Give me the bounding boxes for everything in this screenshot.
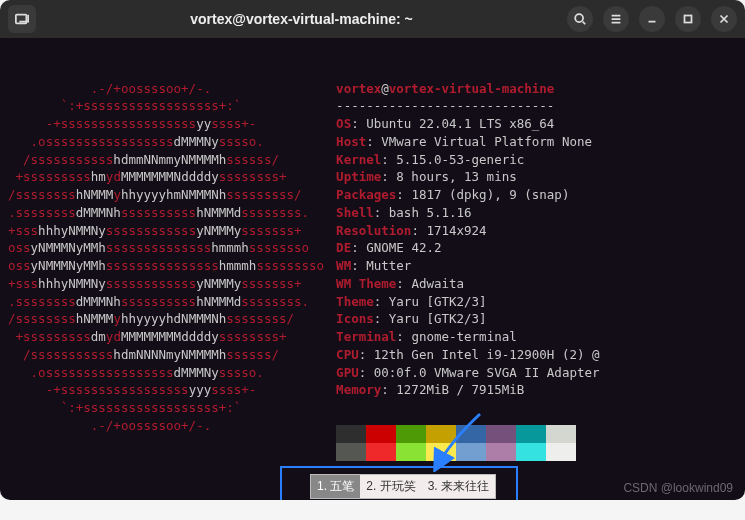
color-swatch xyxy=(546,443,576,461)
color-swatch xyxy=(426,425,456,443)
ime-candidate[interactable]: 1. 五笔 xyxy=(311,475,360,498)
color-swatch xyxy=(516,425,546,443)
color-swatch xyxy=(546,425,576,443)
color-swatch xyxy=(336,443,366,461)
neofetch-ascii-art: .-/+oossssoo+/-. `:+ssssssssssssssssss+:… xyxy=(8,80,324,461)
minimize-button[interactable] xyxy=(639,6,665,32)
svg-rect-2 xyxy=(685,16,692,23)
maximize-button[interactable] xyxy=(675,6,701,32)
color-swatch xyxy=(456,443,486,461)
color-swatch xyxy=(366,443,396,461)
ime-candidate[interactable]: 2. 开玩笑 xyxy=(360,475,421,498)
color-swatch xyxy=(486,425,516,443)
color-swatch xyxy=(396,425,426,443)
window-titlebar: vortex@vortex-virtual-machine: ~ xyxy=(0,0,745,38)
ime-candidate[interactable]: 3. 来来往往 xyxy=(422,475,495,498)
color-swatch xyxy=(366,425,396,443)
color-swatch xyxy=(336,425,366,443)
search-button[interactable] xyxy=(567,6,593,32)
neofetch-sysinfo: vortex@vortex-virtual-machine ----------… xyxy=(336,80,599,461)
close-button[interactable] xyxy=(711,6,737,32)
terminal-viewport[interactable]: .-/+oossssoo+/-. `:+ssssssssssssssssss+:… xyxy=(0,38,745,500)
color-palette xyxy=(336,425,576,461)
window-title: vortex@vortex-virtual-machine: ~ xyxy=(44,11,559,27)
color-swatch xyxy=(516,443,546,461)
color-swatch xyxy=(396,443,426,461)
watermark-text: CSDN @lookwind09 xyxy=(623,481,733,495)
ime-candidate-box[interactable]: 1. 五笔2. 开玩笑3. 来来往往 xyxy=(310,474,496,499)
color-swatch xyxy=(486,443,516,461)
color-swatch xyxy=(456,425,486,443)
new-tab-button[interactable] xyxy=(8,5,36,33)
menu-button[interactable] xyxy=(603,6,629,32)
color-swatch xyxy=(426,443,456,461)
svg-point-1 xyxy=(575,14,583,22)
